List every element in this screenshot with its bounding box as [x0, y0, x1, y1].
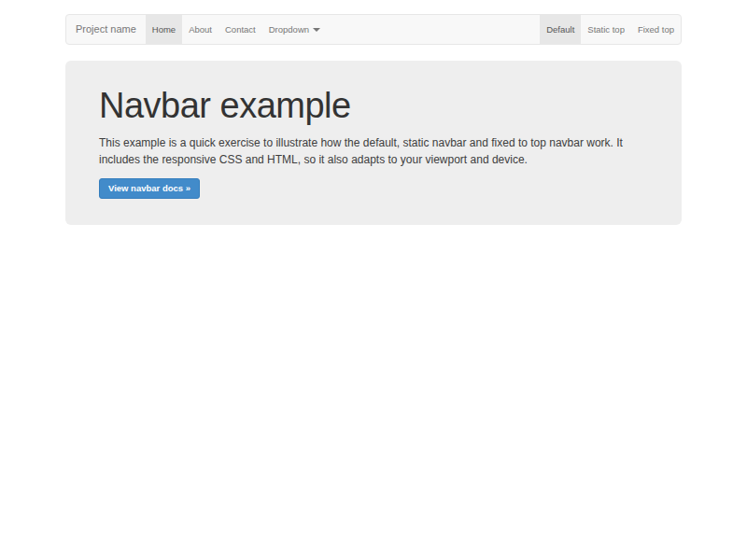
page-container: Project name Home About Contact Dropdown…: [65, 0, 682, 225]
navbar-brand[interactable]: Project name: [66, 15, 146, 44]
nav-item-static-top[interactable]: Static top: [581, 15, 631, 44]
page-title: Navbar example: [99, 85, 648, 126]
caret-down-icon: [313, 28, 320, 32]
jumbotron-description: This example is a quick exercise to illu…: [99, 135, 648, 168]
view-navbar-docs-button[interactable]: View navbar docs »: [99, 178, 200, 199]
jumbotron: Navbar example This example is a quick e…: [65, 61, 682, 225]
nav-item-dropdown-label: Dropdown: [269, 15, 309, 44]
nav-item-dropdown[interactable]: Dropdown: [262, 15, 327, 44]
navbar-spacer: [327, 15, 540, 44]
navbar: Project name Home About Contact Dropdown…: [65, 14, 682, 45]
nav-item-about[interactable]: About: [182, 15, 218, 44]
navbar-left-nav: Home About Contact Dropdown: [146, 15, 327, 44]
nav-item-fixed-top[interactable]: Fixed top: [631, 15, 681, 44]
nav-item-contact[interactable]: Contact: [218, 15, 262, 44]
navbar-right-nav: Default Static top Fixed top: [540, 15, 681, 44]
nav-item-default[interactable]: Default: [540, 15, 581, 44]
nav-item-home[interactable]: Home: [146, 15, 182, 44]
